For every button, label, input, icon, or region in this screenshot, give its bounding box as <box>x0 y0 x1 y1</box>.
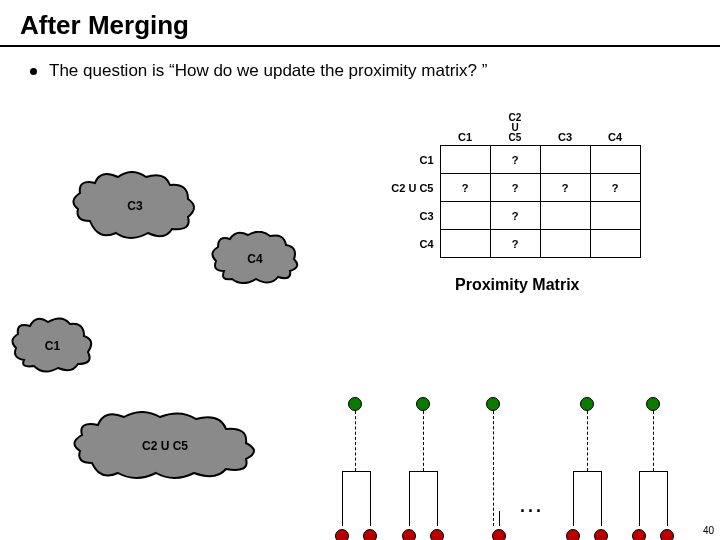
matrix-cell <box>440 230 490 258</box>
matrix-cell: ? <box>490 174 540 202</box>
page-number: 40 <box>703 525 714 536</box>
dendro-top-node <box>486 397 500 411</box>
matrix-row-c4: C4 <box>390 230 440 258</box>
matrix-row-c3: C3 <box>390 202 440 230</box>
matrix-cell: ? <box>490 146 540 174</box>
dendro-leaf <box>402 529 416 540</box>
matrix-cell: ? <box>440 174 490 202</box>
dendro-leaf <box>566 529 580 540</box>
dendro-top-node <box>646 397 660 411</box>
dendro-leaf <box>632 529 646 540</box>
dendro-top-node <box>416 397 430 411</box>
bullet-icon <box>30 68 37 75</box>
cluster-c2-u-c5: C2 U C5 <box>70 411 260 481</box>
matrix-col-c4: C4 <box>590 113 640 146</box>
dendro-leaf <box>335 529 349 540</box>
dendro-leaf <box>363 529 377 540</box>
cluster-c1-label: C1 <box>45 339 60 353</box>
cluster-c2u5-label: C2 U C5 <box>142 439 188 453</box>
dendro-top-node <box>580 397 594 411</box>
matrix-row-c1: C1 <box>390 146 440 174</box>
matrix-cell <box>540 230 590 258</box>
matrix-cell <box>590 202 640 230</box>
cluster-c1: C1 <box>10 316 95 376</box>
dendro-leaf <box>594 529 608 540</box>
cluster-c3-label: C3 <box>127 199 142 213</box>
dendro-leaf <box>492 529 506 540</box>
matrix-col-c1: C1 <box>440 113 490 146</box>
cluster-c4: C4 <box>210 231 300 286</box>
dendrogram: ... p1 p2 p3 p4 p9 p10 p11 p12 <box>330 391 690 540</box>
dendro-top-node <box>348 397 362 411</box>
bullet-line: The question is “How do we update the pr… <box>0 61 720 81</box>
dendro-ellipsis: ... <box>520 496 544 517</box>
matrix-corner <box>390 113 440 146</box>
page-title: After Merging <box>0 0 720 47</box>
matrix-row-c2uc5: C2 U C5 <box>390 174 440 202</box>
matrix-cell: ? <box>590 174 640 202</box>
matrix-cell: ? <box>490 230 540 258</box>
matrix-cell: ? <box>540 174 590 202</box>
matrix-col-c3: C3 <box>540 113 590 146</box>
matrix-cell <box>590 230 640 258</box>
slide-body: C3 C4 C1 C2 U C5 C1 C2 U C5 C3 C4 <box>0 81 720 511</box>
cluster-c3: C3 <box>70 171 200 241</box>
cluster-c4-label: C4 <box>247 252 262 266</box>
dendro-leaf <box>430 529 444 540</box>
bullet-text: The question is “How do we update the pr… <box>49 61 487 81</box>
matrix-cell <box>440 202 490 230</box>
matrix-cell <box>540 202 590 230</box>
matrix-cell <box>540 146 590 174</box>
matrix-col-c2uc5: C2 U C5 <box>490 113 540 146</box>
matrix-cell <box>440 146 490 174</box>
matrix-cell: ? <box>490 202 540 230</box>
matrix-caption: Proximity Matrix <box>455 276 579 294</box>
proximity-matrix: C1 C2 U C5 C3 C4 C1 ? C2 U C5 ? ? ? ? C3 <box>390 113 641 258</box>
matrix-cell <box>590 146 640 174</box>
dendro-leaf <box>660 529 674 540</box>
